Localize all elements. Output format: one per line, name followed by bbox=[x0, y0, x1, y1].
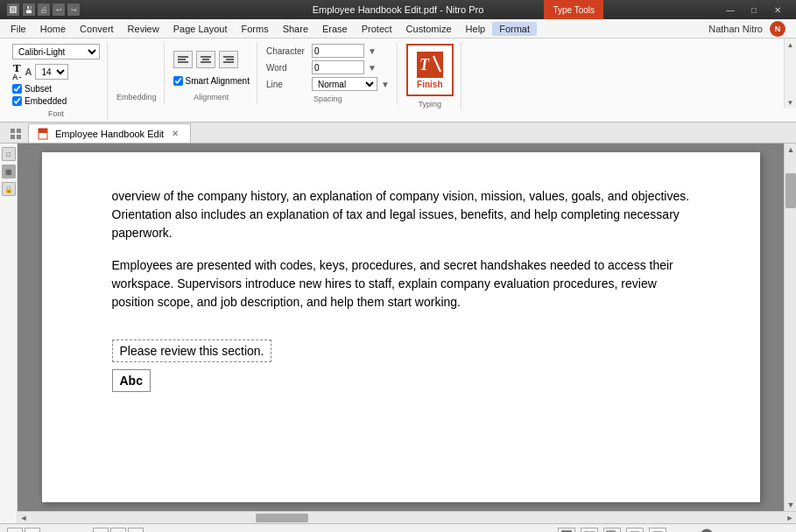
menu-help[interactable]: Help bbox=[459, 22, 493, 36]
finish-label: Finish bbox=[417, 80, 442, 89]
subset-checkbox[interactable] bbox=[12, 84, 22, 94]
menu-format[interactable]: Format bbox=[492, 22, 537, 36]
bottom-scrollbar[interactable]: ◄ ► bbox=[18, 511, 796, 523]
scroll-down-button[interactable]: ▼ bbox=[785, 499, 796, 511]
view-fit-button[interactable] bbox=[649, 528, 666, 533]
align-right-button[interactable] bbox=[219, 51, 238, 68]
typing-group-content: T Finish bbox=[406, 44, 454, 96]
menu-customize[interactable]: Customize bbox=[399, 22, 459, 36]
view-double-button[interactable] bbox=[581, 528, 598, 533]
save-icon[interactable]: 💾 bbox=[23, 4, 35, 16]
view-grid-button[interactable] bbox=[603, 528, 621, 533]
sidebar-tool-3[interactable]: 🔒 bbox=[2, 182, 16, 196]
pdf-icon: PDF bbox=[38, 128, 50, 140]
print-icon[interactable]: 🖨 bbox=[38, 4, 50, 16]
word-label: Word bbox=[266, 63, 308, 73]
record-button[interactable]: ● bbox=[128, 528, 144, 533]
menu-forms[interactable]: Forms bbox=[234, 22, 275, 36]
ribbon-scroll-down[interactable]: ▼ bbox=[785, 96, 797, 108]
scroll-right-button[interactable]: ► bbox=[784, 512, 796, 524]
minimize-button[interactable]: — bbox=[719, 0, 742, 19]
menu-erase[interactable]: Erase bbox=[315, 22, 355, 36]
status-right: - + 150% bbox=[558, 528, 789, 533]
title-bar-left: 🅽 💾 🖨 ↩ ↪ bbox=[7, 4, 80, 16]
right-scrollbar[interactable]: ▲ ▼ bbox=[784, 144, 796, 511]
smart-alignment-checkbox[interactable] bbox=[173, 76, 183, 86]
last-page-button[interactable]: ►◄ bbox=[110, 528, 126, 533]
word-spacing-input[interactable] bbox=[312, 60, 364, 74]
svg-text:PDF: PDF bbox=[40, 131, 48, 136]
undo-icon[interactable]: ↩ bbox=[53, 4, 65, 16]
sidebar-tool-1[interactable]: □ bbox=[2, 147, 16, 161]
scroll-track[interactable] bbox=[785, 156, 796, 499]
view-scroll-button[interactable] bbox=[626, 528, 644, 533]
close-button[interactable]: ✕ bbox=[766, 0, 789, 19]
character-dropdown-arrow[interactable]: ▼ bbox=[368, 46, 377, 56]
menu-share[interactable]: Share bbox=[276, 22, 315, 36]
text-box-abc[interactable]: Abc bbox=[112, 369, 151, 392]
maximize-button[interactable]: □ bbox=[743, 0, 765, 19]
character-spacing-input[interactable] bbox=[312, 44, 364, 58]
document-page: overview of the company history, an expl… bbox=[42, 152, 760, 502]
type-tools-label: Type Tools bbox=[544, 0, 603, 19]
scroll-thumb[interactable] bbox=[785, 173, 796, 208]
word-dropdown-arrow[interactable]: ▼ bbox=[368, 63, 377, 73]
embedded-label: Embedded bbox=[25, 96, 67, 106]
tab-close-button[interactable]: ✕ bbox=[169, 128, 181, 140]
line-dropdown-arrow[interactable]: ▼ bbox=[381, 80, 390, 89]
finish-button[interactable]: T Finish bbox=[406, 44, 454, 96]
menu-convert[interactable]: Convert bbox=[73, 22, 121, 36]
scroll-left-button[interactable]: ◄ bbox=[18, 512, 30, 524]
main-area: □ ▦ 🔒 overview of the company history, a… bbox=[0, 144, 796, 523]
menu-file[interactable]: File bbox=[4, 22, 33, 36]
first-page-button[interactable]: ◄◄ bbox=[7, 528, 23, 533]
home-tab-icon[interactable] bbox=[7, 125, 25, 143]
menu-protect[interactable]: Protect bbox=[355, 22, 399, 36]
bottom-scroll-thumb[interactable] bbox=[256, 514, 308, 522]
typing-group-label: Typing bbox=[419, 96, 442, 108]
prev-page-button[interactable]: ◄ bbox=[25, 528, 40, 533]
embedded-checkbox[interactable] bbox=[12, 96, 22, 106]
sidebar-tool-2[interactable]: ▦ bbox=[2, 164, 16, 178]
font-size-button[interactable]: A bbox=[25, 67, 32, 77]
line-spacing-row: Line Normal ▼ bbox=[266, 77, 390, 91]
menu-page-layout[interactable]: Page Layout bbox=[166, 22, 235, 36]
embedded-row: Embedded bbox=[12, 96, 67, 106]
embedded-checkbox-label[interactable]: Embedded bbox=[12, 96, 67, 106]
font-color-button[interactable]: T A - bbox=[12, 62, 22, 81]
next-page-button[interactable]: ► bbox=[93, 528, 109, 533]
document-tab[interactable]: PDF Employee Handbook Edit ✕ bbox=[28, 123, 191, 143]
window-controls[interactable]: — □ ✕ bbox=[719, 0, 789, 19]
font-family-select[interactable]: Calibri-Light bbox=[12, 44, 100, 60]
finish-icon: T bbox=[417, 52, 443, 78]
align-center-button[interactable] bbox=[196, 51, 215, 68]
font-group: Calibri-Light T A - A 14 bbox=[5, 42, 108, 120]
ribbon: Calibri-Light T A - A 14 bbox=[0, 38, 796, 122]
spacing-group: Character ▼ Word ▼ Line Normal ▼ Spacing bbox=[259, 42, 398, 105]
ribbon-scroll-up[interactable]: ▲ bbox=[785, 38, 797, 51]
subset-label: Subset bbox=[25, 84, 52, 94]
subset-checkbox-label[interactable]: Subset bbox=[12, 84, 52, 94]
character-label: Character bbox=[266, 46, 308, 56]
word-spacing-row: Word ▼ bbox=[266, 60, 377, 74]
window-title: Employee Handbook Edit.pdf - Nitro Pro bbox=[313, 4, 484, 15]
font-group-label: Font bbox=[48, 106, 64, 118]
scroll-up-button[interactable]: ▲ bbox=[785, 144, 796, 156]
menu-home[interactable]: Home bbox=[33, 22, 73, 36]
bottom-scroll-track[interactable] bbox=[30, 513, 784, 523]
paragraph-2: Employees are presented with codes, keys… bbox=[112, 256, 690, 312]
status-bar: ◄◄ ◄ 2 OF 14 ► ►◄ ● - + 150% bbox=[0, 523, 796, 532]
align-left-button[interactable] bbox=[173, 51, 193, 68]
line-spacing-select[interactable]: Normal bbox=[312, 77, 377, 91]
embedding-label: Embedding bbox=[116, 89, 157, 102]
view-single-button[interactable] bbox=[558, 528, 575, 533]
text-box-review[interactable]: Please review this section. bbox=[112, 340, 272, 362]
smart-alignment-label[interactable]: Smart Alignment bbox=[173, 76, 250, 86]
line-label: Line bbox=[266, 80, 308, 89]
redo-icon[interactable]: ↪ bbox=[67, 4, 80, 16]
spacing-group-label: Spacing bbox=[313, 91, 342, 103]
font-size-select[interactable]: 14 bbox=[35, 64, 68, 80]
menu-review[interactable]: Review bbox=[121, 22, 166, 36]
character-spacing-row: Character ▼ bbox=[266, 44, 377, 58]
document-container[interactable]: overview of the company history, an expl… bbox=[18, 144, 784, 511]
